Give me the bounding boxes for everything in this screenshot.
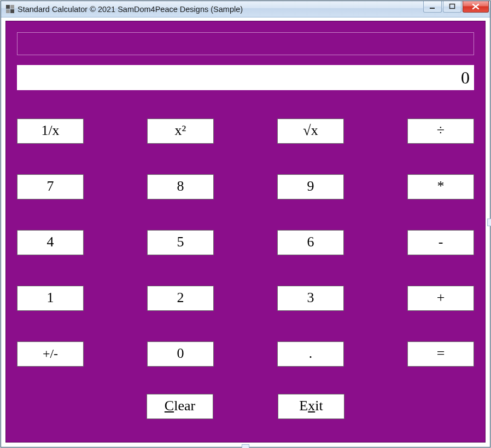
maximize-button[interactable] [443,1,461,13]
digit-7-button[interactable]: 7 [17,174,84,199]
resize-handle-bottom-icon[interactable] [242,444,249,448]
digit-8-button[interactable]: 8 [147,174,214,199]
square-button[interactable]: x² [147,119,214,144]
window-title: Standard Calculator © 2021 SamDom4Peace … [17,5,243,14]
title-bar[interactable]: Standard Calculator © 2021 SamDom4Peace … [1,1,490,17]
digit-2-button[interactable]: 2 [147,286,214,311]
minimize-button[interactable] [423,1,442,13]
history-display [17,32,474,55]
resize-handle-right-icon[interactable] [487,219,491,226]
window-controls [423,1,489,13]
equals-button[interactable]: = [407,341,474,367]
digit-3-button[interactable]: 3 [277,286,344,311]
digit-4-button[interactable]: 4 [17,230,84,255]
digit-6-button[interactable]: 6 [277,230,344,255]
add-button[interactable]: + [407,286,474,311]
app-icon [5,5,14,14]
exit-button[interactable]: Exit [278,394,344,419]
close-button[interactable] [463,1,489,13]
keypad: 1/x x² √x ÷ 7 8 9 * 4 5 6 - 1 2 3 + [17,119,474,434]
digit-9-button[interactable]: 9 [277,174,344,199]
clear-mnemonic: C [165,398,174,414]
svg-rect-0 [430,8,435,9]
exit-mnemonic: x [308,398,315,414]
calculator-body: 0 1/x x² √x ÷ 7 8 9 * 4 5 6 - 1 [5,21,486,443]
divide-button[interactable]: ÷ [407,119,474,144]
multiply-button[interactable]: * [407,174,474,199]
subtract-button[interactable]: - [407,230,474,255]
svg-rect-1 [450,4,455,9]
main-display: 0 [17,65,474,90]
sign-button[interactable]: +/- [17,341,84,367]
clear-button[interactable]: Clear [147,394,213,419]
decimal-button[interactable]: . [277,341,344,367]
digit-0-button[interactable]: 0 [147,341,214,367]
reciprocal-button[interactable]: 1/x [17,119,84,144]
sqrt-button[interactable]: √x [277,119,344,144]
digit-5-button[interactable]: 5 [147,230,214,255]
digit-1-button[interactable]: 1 [17,286,84,311]
app-window: Standard Calculator © 2021 SamDom4Peace … [1,1,490,447]
